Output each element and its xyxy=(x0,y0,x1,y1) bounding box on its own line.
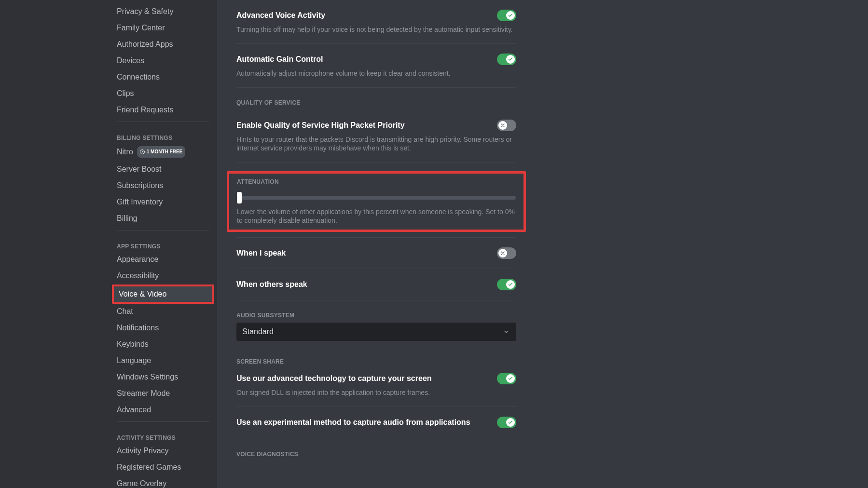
check-icon xyxy=(508,376,513,381)
nitro-badge-text: 1 MONTH FREE xyxy=(147,147,182,157)
check-icon xyxy=(508,420,513,425)
setting-title: When others speak xyxy=(236,280,307,289)
section-header-qos: Quality of Service xyxy=(236,99,516,106)
setting-desc: Hints to your router that the packets Di… xyxy=(236,135,516,152)
sidebar-item-keybinds[interactable]: Keybinds xyxy=(112,337,214,352)
setting-head: When others speak xyxy=(236,279,516,290)
sidebar-header-app: App Settings xyxy=(112,234,214,252)
setting-automatic-gain-control: Automatic Gain Control Automatically adj… xyxy=(236,44,516,88)
x-icon xyxy=(500,122,506,128)
setting-head: Use an experimental method to capture au… xyxy=(236,417,516,428)
clock-icon xyxy=(140,149,145,154)
sidebar-item-chat[interactable]: Chat xyxy=(112,304,214,319)
sidebar-item-family-center[interactable]: Family Center xyxy=(112,20,214,36)
sidebar-item-billing[interactable]: Billing xyxy=(112,211,214,226)
sidebar-divider xyxy=(117,230,209,230)
sidebar-item-advanced[interactable]: Advanced xyxy=(112,402,214,418)
sidebar-item-gift-inventory[interactable]: Gift Inventory xyxy=(112,194,214,210)
toggle-screen-share-experimental-audio[interactable] xyxy=(497,417,516,428)
setting-title: Automatic Gain Control xyxy=(236,55,323,64)
sidebar-item-label: Nitro xyxy=(117,147,133,157)
setting-head: Advanced Voice Activity xyxy=(236,10,516,21)
sidebar-header-activity: Activity Settings xyxy=(112,426,214,443)
dropdown-value: Standard xyxy=(242,327,274,336)
check-icon xyxy=(508,282,513,287)
chevron-down-icon xyxy=(502,327,510,336)
setting-title: Use our advanced technology to capture y… xyxy=(236,374,432,383)
highlight-voice-video: Voice & Video xyxy=(112,285,214,304)
x-icon xyxy=(500,250,506,256)
toggle-when-others-speak[interactable] xyxy=(497,279,516,290)
sidebar-item-nitro[interactable]: Nitro 1 MONTH FREE xyxy=(112,143,214,161)
settings-content: Advanced Voice Activity Turning this off… xyxy=(217,0,868,488)
section-header-screen-share: Screen Share xyxy=(236,358,516,365)
sidebar-divider xyxy=(117,122,209,122)
highlight-attenuation: Attenuation Lower the volume of other ap… xyxy=(227,171,526,232)
sidebar-item-devices[interactable]: Devices xyxy=(112,53,214,68)
divider xyxy=(236,232,516,238)
setting-qos-high-packet-priority: Enable Quality of Service High Packet Pr… xyxy=(236,110,516,163)
toggle-knob xyxy=(498,121,507,130)
sidebar-item-friend-requests[interactable]: Friend Requests xyxy=(112,102,214,118)
section-header-audio-subsystem: Audio Subsystem xyxy=(236,312,516,319)
sidebar-item-subscriptions[interactable]: Subscriptions xyxy=(112,178,214,193)
sidebar-item-privacy-safety[interactable]: Privacy & Safety xyxy=(112,4,214,19)
check-icon xyxy=(508,56,513,62)
setting-desc: Our signed DLL is injected into the appl… xyxy=(236,388,516,397)
toggle-knob xyxy=(506,418,515,427)
toggle-advanced-voice-activity[interactable] xyxy=(497,10,516,21)
toggle-qos[interactable] xyxy=(497,120,516,131)
nitro-free-badge: 1 MONTH FREE xyxy=(137,146,185,158)
sidebar-item-connections[interactable]: Connections xyxy=(112,69,214,85)
toggle-knob xyxy=(506,55,515,64)
check-icon xyxy=(508,13,513,18)
attenuation-slider[interactable] xyxy=(237,192,516,203)
sidebar-header-billing: Billing Settings xyxy=(112,126,214,143)
setting-head: Automatic Gain Control xyxy=(236,54,516,65)
audio-subsystem-dropdown[interactable]: Standard xyxy=(236,323,516,341)
sidebar-item-appearance[interactable]: Appearance xyxy=(112,252,214,267)
setting-screen-share-advanced: Use our advanced technology to capture y… xyxy=(236,369,516,407)
setting-desc: Turning this off may help if your voice … xyxy=(236,25,516,34)
sidebar-item-registered-games[interactable]: Registered Games xyxy=(112,460,214,475)
sidebar-item-clips[interactable]: Clips xyxy=(112,86,214,101)
sidebar-item-notifications[interactable]: Notifications xyxy=(112,320,214,336)
setting-title: Advanced Voice Activity xyxy=(236,11,325,20)
sidebar-divider xyxy=(117,421,209,422)
toggle-knob xyxy=(506,11,515,20)
sidebar-item-game-overlay[interactable]: Game Overlay xyxy=(112,476,214,488)
sidebar-item-authorized-apps[interactable]: Authorized Apps xyxy=(112,37,214,52)
toggle-knob xyxy=(506,374,515,383)
slider-thumb[interactable] xyxy=(237,192,242,203)
sidebar-item-windows-settings[interactable]: Windows Settings xyxy=(112,369,214,385)
setting-screen-share-experimental-audio: Use an experimental method to capture au… xyxy=(236,407,516,438)
settings-sidebar: Privacy & Safety Family Center Authorize… xyxy=(0,0,217,488)
sidebar-list: Privacy & Safety Family Center Authorize… xyxy=(112,4,217,488)
section-header-attenuation: Attenuation xyxy=(237,178,516,185)
toggle-knob xyxy=(506,280,515,289)
setting-head: Enable Quality of Service High Packet Pr… xyxy=(236,120,516,131)
setting-advanced-voice-activity: Advanced Voice Activity Turning this off… xyxy=(236,0,516,44)
settings-app: Privacy & Safety Family Center Authorize… xyxy=(0,0,868,488)
toggle-screen-share-advanced[interactable] xyxy=(497,373,516,384)
sidebar-item-activity-privacy[interactable]: Activity Privacy xyxy=(112,443,214,459)
setting-title: When I speak xyxy=(236,249,286,258)
toggle-automatic-gain-control[interactable] xyxy=(497,54,516,65)
toggle-knob xyxy=(498,249,507,258)
slider-track xyxy=(237,196,516,200)
sidebar-item-accessibility[interactable]: Accessibility xyxy=(112,268,214,284)
setting-when-others-speak: When others speak xyxy=(236,269,516,300)
sidebar-item-language[interactable]: Language xyxy=(112,353,214,368)
sidebar-item-streamer-mode[interactable]: Streamer Mode xyxy=(112,386,214,401)
content-inner: Advanced Voice Activity Turning this off… xyxy=(236,0,516,488)
toggle-when-i-speak[interactable] xyxy=(497,247,516,259)
sidebar-item-voice-video[interactable]: Voice & Video xyxy=(114,286,212,302)
setting-desc: Automatically adjust microphone volume t… xyxy=(236,69,516,78)
setting-title: Use an experimental method to capture au… xyxy=(236,418,470,427)
section-header-voice-diagnostics: Voice Diagnostics xyxy=(236,451,516,458)
setting-title: Enable Quality of Service High Packet Pr… xyxy=(236,121,405,130)
sidebar-item-server-boost[interactable]: Server Boost xyxy=(112,162,214,177)
setting-desc: Lower the volume of other applications b… xyxy=(237,207,516,225)
setting-head: Use our advanced technology to capture y… xyxy=(236,373,516,384)
setting-when-i-speak: When I speak xyxy=(236,238,516,269)
